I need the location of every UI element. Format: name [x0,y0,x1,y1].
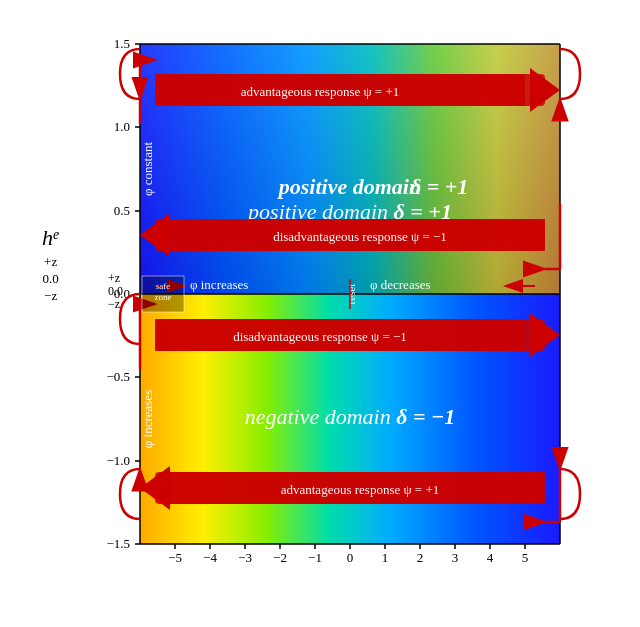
y-axis-combined-label: he +z 0.0 −z [42,224,59,305]
left-curl-bot-top [120,294,140,344]
phi-decreases-right-top: φ decreases [565,138,580,199]
left-curl-top [120,49,140,99]
xtick-m2: −2 [273,550,287,564]
phi-increases-left-bot: φ increases [140,389,155,447]
adv-response-top-text: advantageous response ψ = +1 [241,84,400,99]
safe-zone-label2: zone [155,292,172,302]
figure-container: 1.5 1.0 0.5 0.0 −0.5 −1.0 −1.5 [30,14,610,614]
phi-decreases-label: φ decreases [370,277,431,292]
ytick-1.5: 1.5 [114,36,130,51]
right-curl-bot [560,469,580,519]
plot-svg: 1.5 1.0 0.5 0.0 −0.5 −1.0 −1.5 [100,24,600,564]
xtick-m4: −4 [203,550,217,564]
positive-delta-label: δ = +1 [410,174,468,199]
ytick-1.0: 1.0 [114,119,130,134]
ytick-m1.5: −1.5 [106,536,130,551]
negative-domain-text: negative domain δ = −1 [245,404,456,429]
phi-constant-left-top: φ constant [140,141,155,195]
xtick-4: 4 [487,550,494,564]
plus-z-label: +z [108,271,120,285]
ytick-m1.0: −1.0 [106,453,130,468]
ytick-m0.5: −0.5 [106,369,130,384]
positive-domain-label: positive domain [277,174,421,199]
left-curl-bot-lower [120,469,140,519]
right-curl-top [560,49,580,99]
xtick-m5: −5 [168,550,182,564]
xtick-2: 2 [417,550,424,564]
adv-response-bot-text: advantageous response ψ = +1 [281,482,440,497]
xtick-1: 1 [382,550,389,564]
xtick-m3: −3 [238,550,252,564]
xtick-5: 5 [522,550,529,564]
safe-zone-label: safe [156,281,171,291]
reset-label: reset [345,283,357,304]
phi-increases-label: φ increases [190,277,248,292]
xtick-m1: −1 [308,550,322,564]
zero-label: 0.0 [108,284,123,298]
minus-z-label: −z [108,297,120,311]
xtick-3: 3 [452,550,459,564]
plot-area: 1.5 1.0 0.5 0.0 −0.5 −1.0 −1.5 [100,24,600,564]
disadv-response-bot-text: disadvantageous response ψ = −1 [233,329,407,344]
disadv-response-top-text: disadvantageous response ψ = −1 [273,229,447,244]
ytick-0.5: 0.5 [114,203,130,218]
phi-constant-right-bot: φ constant [565,391,580,445]
x-axis-label: φ [344,562,356,564]
